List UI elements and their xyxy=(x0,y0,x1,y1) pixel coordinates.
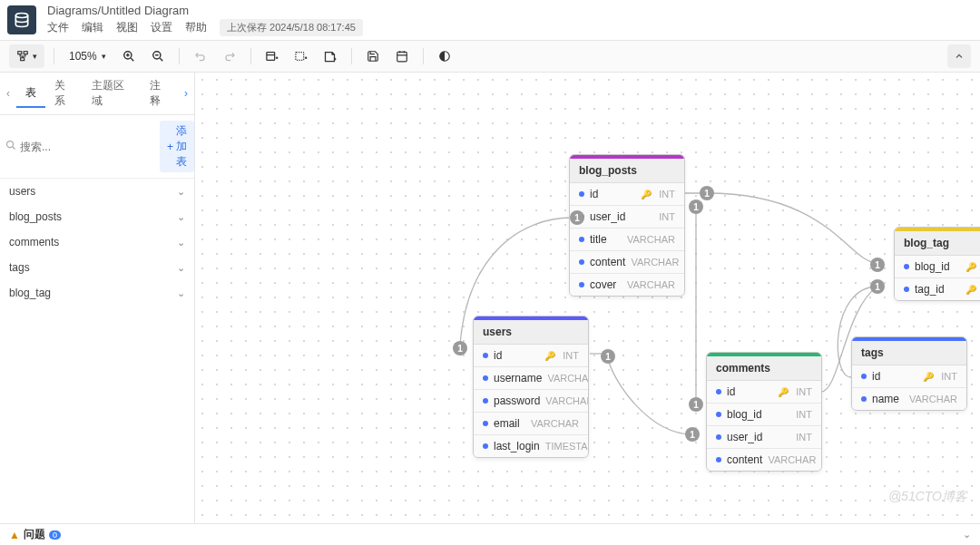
table-column[interactable]: usernameVARCHAR xyxy=(474,367,588,390)
tree-item-comments[interactable]: comments⌄ xyxy=(0,229,194,255)
statusbar-chevron-icon[interactable]: ⌄ xyxy=(963,529,971,540)
statusbar: ▲ 问题 0 ⌄ xyxy=(0,523,980,545)
chevron-down-icon: ⌄ xyxy=(177,262,185,274)
table-header[interactable]: tags xyxy=(852,341,966,365)
zoom-in-icon[interactable] xyxy=(117,44,141,68)
menu-settings[interactable]: 设置 xyxy=(151,20,172,35)
table-column[interactable]: emailVARCHAR xyxy=(474,413,588,435)
table-column[interactable]: id🔑INT xyxy=(474,345,588,367)
layout-button[interactable]: ▾ xyxy=(9,44,44,68)
tree-item-blog_tag[interactable]: blog_tag⌄ xyxy=(0,280,194,306)
tab-notes[interactable]: 注释 xyxy=(141,73,179,114)
table-column[interactable]: id🔑INT xyxy=(707,381,821,404)
save-icon[interactable] xyxy=(361,44,385,68)
cardinality-badge: 1 xyxy=(870,279,885,294)
watermark: @51CTO博客 xyxy=(888,489,967,505)
svg-point-10 xyxy=(7,141,14,148)
menu-view[interactable]: 视图 xyxy=(116,20,138,35)
undo-icon[interactable] xyxy=(189,44,212,68)
tree-item-blog_posts[interactable]: blog_posts⌄ xyxy=(0,204,194,229)
table-blog_tag[interactable]: blog_tagblog_id🔑INTtag_id🔑INT xyxy=(894,227,980,301)
table-comments[interactable]: commentsid🔑INTblog_idINTuser_idINTconten… xyxy=(706,352,822,472)
search-icon xyxy=(5,140,16,153)
table-tree: users⌄blog_posts⌄comments⌄tags⌄blog_tag⌄ xyxy=(0,179,194,532)
toolbar: ▾ 105%▾ xyxy=(0,41,980,73)
chevron-down-icon: ⌄ xyxy=(177,186,185,198)
cardinality-badge: 1 xyxy=(700,186,714,200)
table-column[interactable]: contentVARCHAR xyxy=(570,251,684,274)
cardinality-badge: 1 xyxy=(570,210,584,225)
table-header[interactable]: blog_tag xyxy=(895,231,980,256)
svg-rect-2 xyxy=(24,52,27,54)
diagram-canvas[interactable]: blog_postsid🔑INTuser_idINTtitleVARCHARco… xyxy=(195,73,980,532)
add-area-icon[interactable] xyxy=(289,44,313,68)
menubar: 文件 编辑 视图 设置 帮助 上次保存 2024/5/18 08:17:45 xyxy=(47,19,363,36)
table-column[interactable]: coverVARCHAR xyxy=(570,274,684,296)
table-tags[interactable]: tagsid🔑INTnameVARCHAR xyxy=(851,336,967,411)
cardinality-badge: 1 xyxy=(601,349,615,364)
issues-count: 0 xyxy=(49,530,61,540)
export-icon[interactable] xyxy=(390,44,414,68)
expand-panel-icon[interactable] xyxy=(947,44,971,68)
key-icon: 🔑 xyxy=(778,387,789,397)
canvas-grid xyxy=(195,73,980,532)
tabs-prev-icon[interactable]: ‹ xyxy=(0,87,16,100)
cardinality-badge: 1 xyxy=(870,258,885,272)
table-blog_posts[interactable]: blog_postsid🔑INTuser_idINTtitleVARCHARco… xyxy=(569,154,685,297)
tab-areas[interactable]: 主题区域 xyxy=(83,73,140,114)
app-logo-icon xyxy=(7,5,36,34)
key-icon: 🔑 xyxy=(544,351,555,361)
app-header: Diagrams/Untitled Diagram 文件 编辑 视图 设置 帮助… xyxy=(0,0,980,41)
search-input[interactable] xyxy=(20,141,156,153)
key-icon: 🔑 xyxy=(965,262,976,272)
cardinality-badge: 1 xyxy=(689,397,703,412)
table-column[interactable]: id🔑INT xyxy=(570,183,684,206)
table-column[interactable]: user_idINT xyxy=(707,426,821,449)
svg-rect-7 xyxy=(296,52,304,60)
theme-icon[interactable] xyxy=(433,44,456,68)
menu-edit[interactable]: 编辑 xyxy=(82,20,103,35)
table-column[interactable]: user_idINT xyxy=(570,206,684,229)
tab-relations[interactable]: 关系 xyxy=(45,73,83,114)
table-column[interactable]: tag_id🔑INT xyxy=(895,278,980,300)
menu-file[interactable]: 文件 xyxy=(47,20,69,35)
table-header[interactable]: blog_posts xyxy=(570,159,684,183)
table-header[interactable]: users xyxy=(474,320,588,345)
table-column[interactable]: blog_id🔑INT xyxy=(895,256,980,278)
breadcrumb[interactable]: Diagrams/Untitled Diagram xyxy=(47,4,363,17)
table-column[interactable]: id🔑INT xyxy=(852,365,966,388)
issues-label[interactable]: 问题 xyxy=(24,527,45,542)
cardinality-badge: 1 xyxy=(685,427,700,442)
svg-point-0 xyxy=(15,14,27,18)
table-header[interactable]: comments xyxy=(707,356,821,381)
svg-rect-8 xyxy=(397,52,407,62)
sidebar-tabs: ‹ 表 关系 主题区域 注释 › xyxy=(0,73,194,115)
table-column[interactable]: last_loginTIMESTAMP xyxy=(474,435,588,457)
table-column[interactable]: passwordVARCHAR xyxy=(474,390,588,413)
redo-icon[interactable] xyxy=(218,44,241,68)
chevron-down-icon: ⌄ xyxy=(177,211,185,223)
menu-help[interactable]: 帮助 xyxy=(185,20,207,35)
warning-icon: ▲ xyxy=(9,529,20,541)
svg-rect-6 xyxy=(267,52,275,60)
table-column[interactable]: nameVARCHAR xyxy=(852,388,966,410)
svg-rect-1 xyxy=(18,52,22,54)
zoom-out-icon[interactable] xyxy=(146,44,170,68)
tabs-next-icon[interactable]: › xyxy=(178,87,194,100)
table-column[interactable]: titleVARCHAR xyxy=(570,229,684,251)
table-column[interactable]: blog_idINT xyxy=(707,404,821,426)
zoom-level[interactable]: 105%▾ xyxy=(64,50,112,63)
tree-item-tags[interactable]: tags⌄ xyxy=(0,255,194,280)
cardinality-badge: 1 xyxy=(453,341,467,355)
sidebar: ‹ 表 关系 主题区域 注释 › +添加表 users⌄blog_posts⌄c… xyxy=(0,73,195,532)
tree-item-users[interactable]: users⌄ xyxy=(0,179,194,204)
table-column[interactable]: contentVARCHAR xyxy=(707,449,821,471)
add-table-button[interactable]: +添加表 xyxy=(160,121,194,172)
add-note-icon[interactable] xyxy=(318,44,342,68)
tab-tables[interactable]: 表 xyxy=(16,80,45,108)
table-users[interactable]: usersid🔑INTusernameVARCHARpasswordVARCHA… xyxy=(473,316,589,458)
cardinality-badge: 1 xyxy=(689,200,703,214)
add-table-icon[interactable] xyxy=(260,44,284,68)
chevron-down-icon: ⌄ xyxy=(177,237,185,248)
key-icon: 🔑 xyxy=(923,372,934,382)
